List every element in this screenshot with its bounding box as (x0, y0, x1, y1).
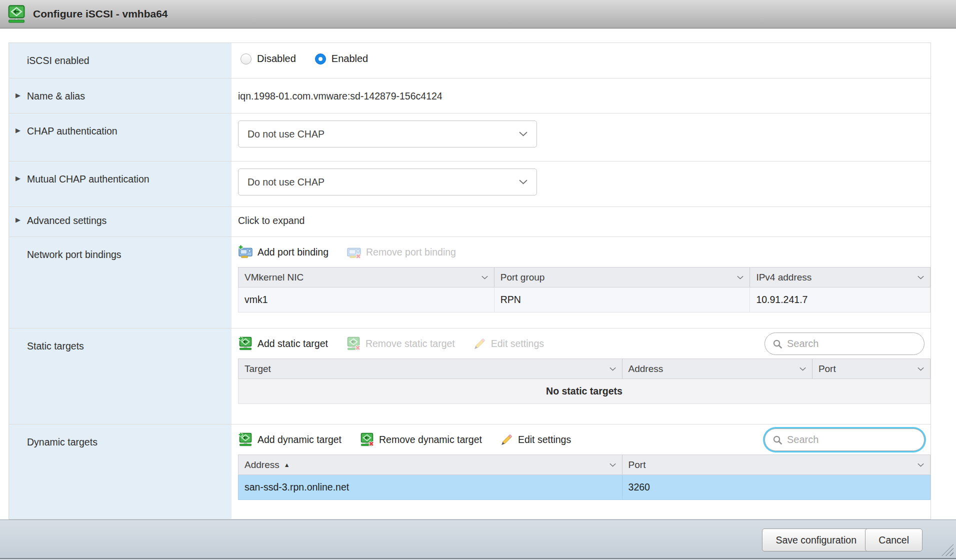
add-static-target-button[interactable]: Add static target (238, 336, 328, 351)
advanced-settings-label: Advanced settings (27, 215, 106, 226)
row-advanced-settings: ▶Advanced settings Click to expand (9, 207, 930, 237)
dynamic-target-row-selected[interactable]: san-ssd-3.rpn.online.net 3260 (238, 475, 930, 500)
chevron-down-icon (519, 180, 528, 184)
window-resize-grip[interactable] (942, 544, 954, 556)
column-header-ipv4-address[interactable]: IPv4 address (750, 268, 930, 287)
configure-iscsi-form: iSCSI enabled Disabled Enabled ▶Name & a… (8, 42, 931, 520)
cell-vmkernel-nic: vmk1 (238, 288, 494, 312)
radio-enabled-control[interactable] (315, 54, 326, 64)
remove-dynamic-target-label: Remove dynamic target (379, 434, 482, 446)
name-alias-label: Name & alias (27, 90, 85, 102)
dynamic-targets-table: Address ▲ Port san-ssd-3.rpn.online.net … (238, 454, 930, 500)
static-targets-empty-row: No static targets (238, 379, 930, 404)
remove-port-binding-icon (346, 244, 362, 260)
row-static-targets: Static targets Add static target Remove … (9, 328, 930, 424)
click-to-expand[interactable]: Click to expand (232, 207, 930, 226)
edit-dynamic-settings-button[interactable]: Edit settings (500, 433, 571, 446)
row-dynamic-targets: Dynamic targets Add dynamic target Remov… (9, 424, 930, 519)
column-menu-icon (796, 367, 806, 371)
static-targets-toolbar: Add static target Remove static target E… (232, 328, 930, 358)
no-static-targets-text: No static targets (546, 386, 622, 397)
dynamic-targets-toolbar: Add dynamic target Remove dynamic target… (232, 424, 930, 454)
row-name-alias: ▶Name & alias iqn.1998-01.com.vmware:sd-… (9, 78, 930, 114)
column-menu-icon (478, 276, 488, 280)
column-menu-icon (914, 276, 924, 280)
radio-enabled-label[interactable]: Enabled (332, 53, 368, 64)
edit-static-settings-button: Edit settings (473, 337, 544, 350)
static-targets-search-input[interactable] (787, 338, 918, 350)
chap-auth-header[interactable]: ▶CHAP authentication (9, 114, 232, 161)
column-menu-icon (606, 463, 616, 467)
column-header-port-group[interactable]: Port group (494, 268, 750, 287)
save-configuration-button[interactable]: Save configuration (762, 528, 870, 552)
expander-icon[interactable]: ▶ (16, 216, 20, 224)
row-chap-auth: ▶CHAP authentication Do not use CHAP (9, 114, 930, 162)
radio-enabled[interactable]: Enabled (315, 53, 368, 64)
dynamic-targets-table-header: Address ▲ Port (238, 454, 930, 475)
search-icon (772, 435, 782, 445)
name-alias-header[interactable]: ▶Name & alias (9, 78, 232, 113)
add-static-target-icon (238, 336, 253, 351)
add-static-target-label: Add static target (258, 338, 328, 350)
dialog-footer: Save configuration Cancel (0, 520, 956, 560)
port-bindings-toolbar: Add port binding Remove port binding (232, 237, 930, 267)
remove-dynamic-target-button[interactable]: Remove dynamic target (360, 432, 482, 447)
cancel-button[interactable]: Cancel (865, 528, 922, 552)
row-mutual-chap-auth: ▶Mutual CHAP authentication Do not use C… (9, 162, 930, 207)
column-header-target[interactable]: Target (238, 359, 622, 378)
add-port-binding-icon (238, 244, 253, 260)
dynamic-targets-label: Dynamic targets (9, 424, 232, 519)
remove-static-target-button: Remove static target (346, 336, 455, 351)
chap-select-value: Do not use CHAP (248, 128, 324, 140)
edit-static-settings-label: Edit settings (491, 338, 544, 350)
mutual-chap-label: Mutual CHAP authentication (27, 174, 150, 184)
column-header-port[interactable]: Port (812, 359, 930, 378)
add-port-binding-button[interactable]: Add port binding (238, 244, 328, 260)
radio-disabled-control[interactable] (240, 54, 252, 64)
expander-icon[interactable]: ▶ (16, 126, 20, 134)
remove-static-target-label: Remove static target (366, 338, 455, 350)
chevron-down-icon (519, 132, 528, 136)
column-menu-icon (606, 367, 616, 371)
remove-static-target-icon (346, 336, 361, 351)
column-menu-icon (914, 367, 924, 371)
add-dynamic-target-button[interactable]: Add dynamic target (238, 432, 342, 447)
static-targets-label: Static targets (9, 328, 232, 424)
radio-disabled-label[interactable]: Disabled (257, 53, 296, 64)
add-port-binding-label: Add port binding (258, 246, 328, 258)
dialog-title: Configure iSCSI - vmhba64 (33, 8, 168, 20)
expander-icon[interactable]: ▶ (16, 92, 20, 99)
mutual-chap-select-value: Do not use CHAP (248, 176, 324, 188)
cell-port-group: RPN (494, 288, 750, 312)
column-header-address-sorted[interactable]: Address ▲ (238, 455, 622, 474)
advanced-settings-header[interactable]: ▶Advanced settings (9, 207, 232, 236)
port-bindings-table: VMkernel NIC Port group IPv4 address vmk… (238, 267, 930, 312)
dynamic-targets-searchbox[interactable] (764, 428, 924, 451)
mutual-chap-select[interactable]: Do not use CHAP (238, 168, 537, 196)
pencil-icon (500, 433, 514, 446)
dynamic-targets-search-input[interactable] (787, 434, 918, 446)
dialog-titlebar: Configure iSCSI - vmhba64 (0, 0, 956, 28)
column-header-vmkernel-nic[interactable]: VMkernel NIC (238, 268, 494, 287)
radio-disabled[interactable]: Disabled (240, 53, 296, 64)
row-iscsi-enabled: iSCSI enabled Disabled Enabled (9, 43, 930, 78)
sort-ascending-icon: ▲ (284, 462, 290, 468)
column-header-address[interactable]: Address (622, 359, 812, 378)
port-bindings-label: Network port bindings (9, 237, 232, 328)
iqn-value: iqn.1998-01.com.vmware:sd-142879-156c412… (232, 78, 930, 102)
static-targets-table-header: Target Address Port (238, 358, 930, 379)
column-menu-icon (733, 276, 744, 280)
port-binding-row[interactable]: vmk1 RPN 10.91.241.7 (238, 288, 930, 312)
column-header-port[interactable]: Port (622, 455, 930, 474)
cell-address: san-ssd-3.rpn.online.net (238, 475, 622, 500)
edit-dynamic-settings-label: Edit settings (518, 434, 571, 446)
chap-select[interactable]: Do not use CHAP (238, 120, 537, 148)
mutual-chap-header[interactable]: ▶Mutual CHAP authentication (9, 162, 232, 206)
iscsi-adapter-icon (6, 4, 26, 24)
cell-port: 3260 (622, 475, 930, 500)
pencil-icon (473, 337, 486, 350)
search-icon (772, 339, 782, 349)
column-menu-icon (914, 463, 924, 467)
expander-icon[interactable]: ▶ (16, 174, 20, 182)
static-targets-searchbox[interactable] (764, 332, 924, 355)
